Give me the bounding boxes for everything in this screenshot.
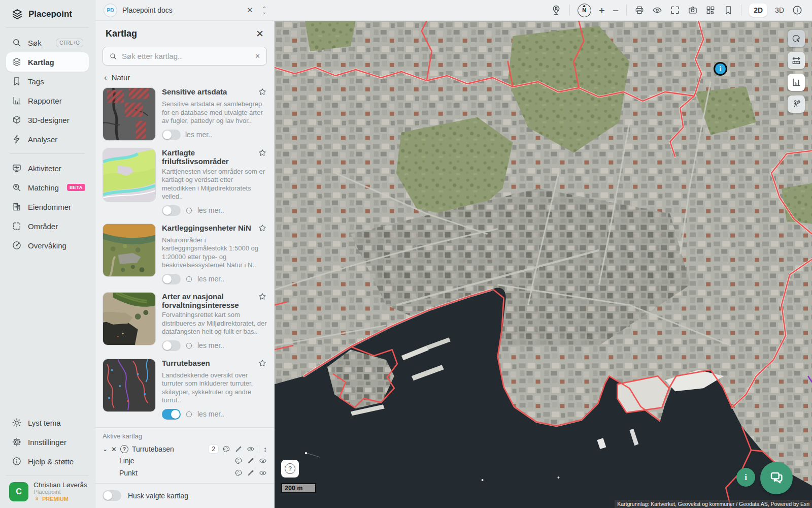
sidebar-item-label: Lyst tema [28,419,60,427]
layer-toggle[interactable] [162,205,181,216]
zoom-out-button[interactable]: − [613,5,619,16]
les-mer-link[interactable]: les mer.. [197,410,224,418]
layer-toggle[interactable] [162,274,181,284]
les-mer-link[interactable]: les mer.. [185,131,212,139]
location-person-icon[interactable] [551,5,562,16]
user-profile[interactable]: C Christian Løverås Placepoint PREMIUM [6,475,89,503]
fullscreen-icon[interactable] [670,5,680,15]
sidebar-item-sok[interactable]: Søk CTRL+G [6,33,89,52]
dashed-area-icon [12,221,22,231]
layer-toggle[interactable] [162,130,181,140]
gear-icon [12,437,22,447]
sidebar-item-lyst-tema[interactable]: Lyst tema [6,413,89,432]
layers-icon [12,57,22,67]
support-chat-button[interactable] [760,462,793,494]
sun-icon [12,418,22,428]
reorder-handle-icon[interactable]: ↕ [263,445,267,453]
sidebar-item-aktiviteter[interactable]: Aktiviteter [6,158,89,178]
eye-icon[interactable] [259,469,267,477]
kartlag-panel: Kartlag ✕ ✕ ‹ Natur Sensitive artsdata [95,21,275,508]
sidebar-item-3d-designer[interactable]: 3D-designer [6,110,89,130]
layer-card-arter-nasjonal: Arter av nasjonal forvaltningsinteresse … [103,292,267,351]
compass-label: N [582,7,586,13]
remove-layer-icon[interactable]: ✕ [111,446,117,453]
favorite-star-icon[interactable] [258,87,267,99]
sublayer-row-linje: Linje [95,455,274,467]
brush-icon[interactable] [247,457,255,465]
les-mer-link[interactable]: les mer.. [197,206,224,214]
sidebar-item-analyser[interactable]: Analyser [6,130,89,149]
sidebar-item-matching[interactable]: Matching BETA [6,178,89,197]
cursor-rotate-tool-button[interactable] [788,30,805,47]
tab-collapse-icon[interactable]: ⌃⌄ [262,7,266,14]
view-2d-button[interactable]: 2D [749,4,767,17]
layer-toggle[interactable] [162,409,181,420]
panel-close-icon[interactable]: ✕ [256,28,264,40]
info-circle-icon[interactable] [185,207,193,214]
sidebar-item-hjelp[interactable]: Hjelp & støtte [6,452,89,471]
view-3d-button[interactable]: 3D [775,6,784,14]
favorite-star-icon[interactable] [258,359,267,370]
brush-icon[interactable] [234,445,243,453]
palette-icon[interactable] [234,457,243,465]
compass-reset-north[interactable]: N [578,4,591,17]
activity-monitor-icon [12,163,22,173]
sidebar-item-innstillinger[interactable]: Innstillinger [6,432,89,452]
map-canvas[interactable] [275,21,812,508]
visibility-icon[interactable] [652,5,662,15]
favorite-star-icon[interactable] [258,292,267,303]
eye-icon[interactable] [247,445,255,453]
layer-toggle[interactable] [162,340,181,351]
map-info-marker[interactable]: i [714,62,727,76]
breadcrumb-label: Natur [112,73,130,82]
eye-icon[interactable] [259,457,267,465]
layer-search-input[interactable] [122,52,250,60]
travel-time-tool-button[interactable] [788,96,805,113]
chevron-down-icon[interactable]: ⌄ [103,446,108,453]
layer-list: Sensitive artsdata Sensitive artsdata er… [95,86,274,420]
info-circle-icon[interactable] [185,275,193,283]
chevron-left-icon: ‹ [104,73,107,82]
sidebar-item-eiendommer[interactable]: Eiendommer [6,197,89,216]
active-layer-row-turrutebasen: ⌄ ✕ ? Turrutebasen 2 ↕ [95,443,274,455]
layer-thumbnail [103,148,156,202]
search-clear-icon[interactable]: ✕ [255,52,260,60]
layer-search[interactable]: ✕ [103,47,267,66]
map-help-button[interactable]: ? [281,460,299,478]
bookmark-icon[interactable] [723,5,733,15]
breadcrumb-natur[interactable]: ‹ Natur [95,70,274,86]
sidebar-item-overvaking[interactable]: Overvåking [6,236,89,255]
sidebar-item-kartlag[interactable]: Kartlag [6,52,89,72]
brush-icon[interactable] [247,469,255,477]
layer-description: Sensitive artsdata er samlebegrep for en… [162,100,267,125]
palette-icon[interactable] [222,445,230,453]
info-circle-icon[interactable] [185,410,193,418]
zoom-in-button[interactable]: + [599,5,605,16]
sidebar-item-rapporter[interactable]: Rapporter [6,91,89,110]
map-info-fab[interactable]: i [736,468,755,487]
favorite-star-icon[interactable] [258,148,267,160]
shortcut-badge: CTRL+G [56,39,83,47]
app-brand[interactable]: Placepoint [6,6,89,28]
qr-code-icon[interactable] [705,5,716,15]
divider [259,445,259,453]
report-chart-icon [12,96,22,106]
remember-layers-toggle[interactable] [103,490,121,501]
sidebar-item-omrader[interactable]: Områder [6,216,89,236]
document-tab[interactable]: PD Placepoint docs ✕ ⌃⌄ [95,0,275,20]
info-circle-icon[interactable] [185,342,193,350]
info-icon[interactable] [792,5,803,16]
screenshot-camera-icon[interactable] [688,5,698,15]
palette-icon[interactable] [234,469,243,477]
print-icon[interactable] [634,5,645,15]
layer-title: Arter av nasjonal forvaltningsinteresse [162,292,255,310]
measure-tool-button[interactable] [788,52,805,69]
les-mer-link[interactable]: les mer.. [197,341,224,350]
chart-tool-button[interactable] [788,74,805,91]
les-mer-link[interactable]: les mer.. [197,275,224,283]
layer-thumbnail [103,292,156,345]
sidebar-item-tags[interactable]: Tags [6,72,89,91]
tab-close-icon[interactable]: ✕ [247,6,253,15]
favorite-star-icon[interactable] [258,224,267,235]
layer-help-icon[interactable]: ? [120,445,128,453]
